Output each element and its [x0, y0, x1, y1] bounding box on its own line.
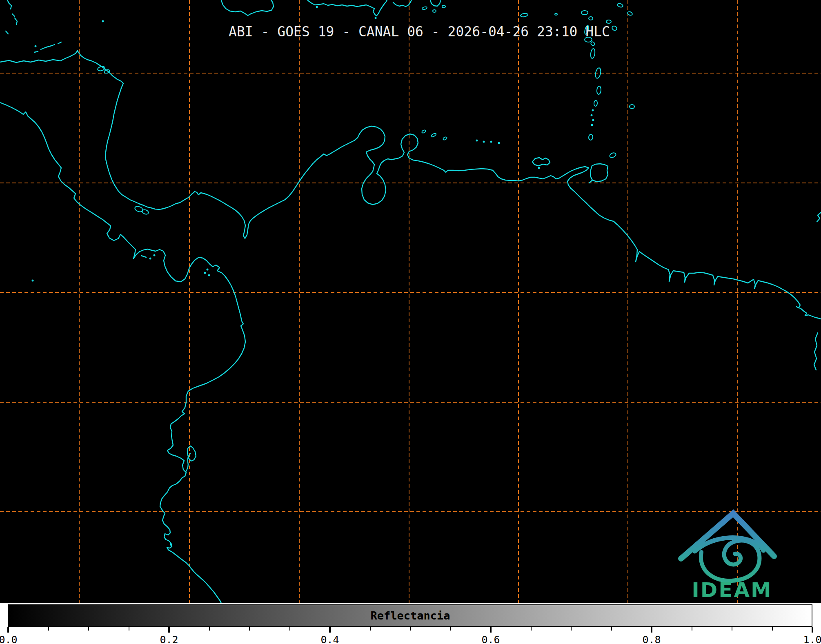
- colorbar-tick: [732, 627, 732, 631]
- colorbar-tick: [611, 627, 612, 631]
- colorbar-tick: [450, 627, 451, 631]
- colorbar-tick-label: 1.0: [803, 634, 821, 644]
- corner-fragment-a: [7, 0, 11, 9]
- island-outline: [609, 152, 617, 158]
- colorbar-tick: [289, 627, 290, 631]
- islet-dot: [490, 141, 492, 143]
- colorbar: Reflectancia: [8, 604, 812, 627]
- colorbar-tick-label: 0.6: [481, 634, 500, 644]
- coiba-island: [141, 256, 146, 257]
- trinidad-sw-tip: [589, 180, 592, 183]
- islet-dot: [35, 45, 37, 47]
- island-outline: [433, 10, 436, 12]
- island-outline: [611, 25, 617, 31]
- colorbar-tick-label: 0.2: [160, 634, 178, 644]
- colorbar-tick-label: 0.4: [320, 634, 339, 644]
- mainland-pacific-coast: [0, 103, 245, 603]
- island-outline: [606, 20, 611, 23]
- colorbar-tick: [812, 627, 813, 633]
- colorbar-tick: [370, 627, 371, 631]
- trinidad-island: [590, 164, 608, 182]
- islet-dot: [483, 141, 485, 143]
- islet-dot: [375, 17, 377, 19]
- colorbar-tick-label: 0.8: [642, 634, 661, 644]
- islet-dot: [154, 254, 156, 256]
- islet-dot: [591, 114, 593, 116]
- island-outline: [442, 5, 445, 8]
- colorbar-tick: [692, 627, 692, 631]
- right-edge-fragment-north: [817, 212, 821, 222]
- colorbar-tick: [129, 627, 129, 631]
- islet-dot: [592, 109, 594, 111]
- colorbar-tick: [531, 627, 532, 631]
- logo-wordmark: IDEAM: [692, 578, 772, 602]
- islet-dot: [592, 119, 594, 121]
- colorbar-tick: [168, 627, 170, 633]
- island-outline: [590, 41, 596, 47]
- colorbar-tick: [7, 627, 9, 633]
- ideam-logo-mark: [681, 513, 774, 581]
- islet-dot: [538, 167, 540, 169]
- colorbar-label: Reflectancia: [9, 605, 812, 626]
- islet-dot: [591, 124, 593, 126]
- island-outline: [421, 129, 426, 134]
- island-outline: [630, 105, 634, 109]
- colorbar-tick: [249, 627, 250, 631]
- island-outline: [590, 48, 595, 58]
- roatan-island: [41, 45, 55, 49]
- puna-island: [187, 446, 196, 461]
- island-outline: [520, 13, 528, 17]
- jamaica-coast: [221, 0, 274, 16]
- islet-dot: [498, 142, 500, 144]
- colorbar-tick: [651, 627, 652, 633]
- logo-spiral-icon: [701, 541, 759, 581]
- colorbar-tick: [209, 627, 210, 631]
- island-outline: [596, 86, 601, 95]
- corner-fragment-b: [12, 14, 15, 16]
- colorbar-tick: [410, 627, 411, 631]
- islet-dot: [316, 6, 318, 8]
- hispaniola-coast: [308, 0, 387, 16]
- islet-dot: [207, 269, 209, 271]
- islet-dot: [204, 272, 206, 274]
- island-outline: [443, 136, 447, 140]
- island-outline: [588, 134, 593, 140]
- islet-dot: [476, 140, 478, 142]
- island-outline: [589, 17, 593, 20]
- product-title: ABI - GOES 19 - CANAL 06 - 2026-04-26 23…: [229, 24, 610, 40]
- island-outline: [142, 209, 149, 215]
- colorbar-tick: [48, 627, 49, 631]
- colorbar-tick-label: 0.0: [0, 634, 18, 644]
- islet-dot: [208, 274, 210, 276]
- island-outline: [422, 7, 427, 10]
- mainland-caribbean-coast: [0, 51, 821, 319]
- guanaja-island: [58, 42, 61, 44]
- island-outline: [430, 133, 436, 138]
- colorbar-tick: [571, 627, 572, 631]
- island-outline: [581, 11, 588, 15]
- islet-dot: [149, 258, 151, 260]
- island-outline: [594, 67, 601, 79]
- colorbar-tick: [329, 627, 331, 633]
- islet-dot: [32, 280, 34, 282]
- island-outline: [617, 3, 623, 8]
- colorbar-tick: [88, 627, 89, 631]
- utila-island: [34, 51, 38, 52]
- islet-dot: [102, 20, 104, 22]
- corner-fragment-c: [15, 18, 17, 25]
- colorbar-strip: Reflectancia 0.00.20.40.60.81.0: [0, 603, 821, 644]
- map-area: ABI - GOES 19 - CANAL 06 - 2026-04-26 23…: [0, 0, 821, 603]
- colorbar-tick: [490, 627, 492, 633]
- corner-fragment-d: [6, 31, 8, 34]
- ideam-logo: IDEAM: [670, 506, 796, 603]
- colorbar-tick: [772, 627, 773, 631]
- puerto-rico-coast: [430, 0, 441, 6]
- satellite-product-figure: ABI - GOES 19 - CANAL 06 - 2026-04-26 23…: [0, 0, 821, 644]
- margarita-island: [532, 158, 550, 166]
- island-outline: [594, 100, 597, 107]
- right-edge-fragment-south: [814, 333, 818, 370]
- island-outline: [555, 13, 557, 15]
